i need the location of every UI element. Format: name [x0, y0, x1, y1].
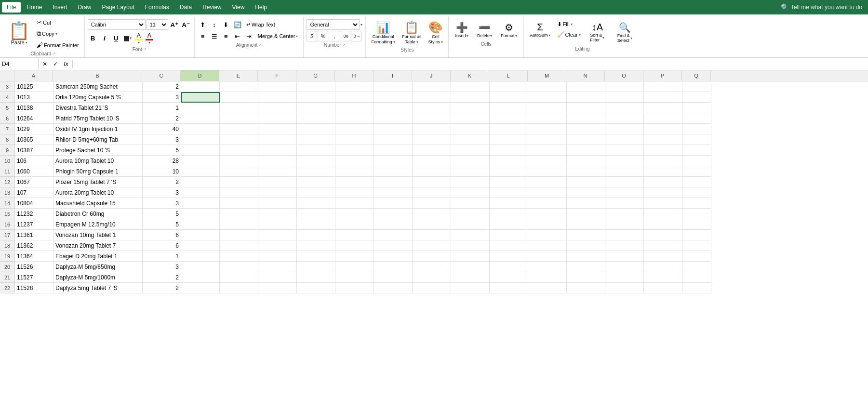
align-middle-button[interactable]: ↕ [209, 19, 220, 30]
cell-N20[interactable] [567, 262, 605, 272]
cell-M4[interactable] [528, 92, 567, 103]
cell-B22[interactable]: Daplyza 5mg Tablet 7 'S [53, 283, 143, 293]
cell-M17[interactable] [528, 230, 567, 240]
cell-E11[interactable] [220, 166, 258, 177]
cell-P13[interactable] [644, 187, 682, 198]
cell-I6[interactable] [374, 113, 413, 124]
format-button[interactable]: ⚙ Format ▾ [497, 19, 521, 40]
cell-P8[interactable] [644, 134, 682, 145]
cell-H13[interactable] [335, 187, 374, 198]
cell-I18[interactable] [374, 240, 413, 251]
number-format-select[interactable]: General [307, 19, 360, 30]
menu-view[interactable]: View [227, 2, 250, 13]
cell-C19[interactable]: 1 [143, 251, 181, 262]
col-header-d[interactable]: D [181, 70, 219, 81]
conditional-formatting-button[interactable]: 📊 ConditionalFormatting ▾ [369, 19, 398, 46]
cell-F9[interactable] [258, 145, 297, 156]
cell-I20[interactable] [374, 262, 413, 272]
cell-H3[interactable] [335, 81, 374, 92]
cell-C12[interactable]: 2 [143, 177, 181, 187]
cell-P3[interactable] [644, 81, 682, 92]
cell-P12[interactable] [644, 177, 682, 187]
cell-O16[interactable] [605, 219, 644, 230]
cell-D14[interactable] [181, 198, 220, 209]
cell-P15[interactable] [644, 209, 682, 219]
cell-B21[interactable]: Daplyza-M 5mg/1000m [53, 272, 143, 283]
cell-O22[interactable] [605, 283, 644, 293]
cell-K15[interactable] [451, 209, 490, 219]
cell-O13[interactable] [605, 187, 644, 198]
cell-H5[interactable] [335, 103, 374, 113]
cell-M6[interactable] [528, 113, 567, 124]
cell-E6[interactable] [220, 113, 258, 124]
row-header-10[interactable]: 10 [0, 156, 14, 166]
cell-K18[interactable] [451, 240, 490, 251]
cell-E7[interactable] [220, 124, 258, 134]
cell-H22[interactable] [335, 283, 374, 293]
font-size-select[interactable]: 11 [147, 19, 168, 30]
cell-D9[interactable] [181, 145, 220, 156]
cell-L16[interactable] [490, 219, 528, 230]
cell-G10[interactable] [297, 156, 335, 166]
cell-O19[interactable] [605, 251, 644, 262]
cell-P6[interactable] [644, 113, 682, 124]
row-header-22[interactable]: 22 [0, 283, 14, 293]
cell-G20[interactable] [297, 262, 335, 272]
cell-I21[interactable] [374, 272, 413, 283]
cell-D4[interactable] [181, 92, 220, 103]
cell-Q5[interactable] [682, 103, 711, 113]
cell-O17[interactable] [605, 230, 644, 240]
decrease-decimal-button[interactable]: .00 [340, 31, 350, 41]
col-header-c[interactable]: C [142, 70, 181, 81]
cell-I14[interactable] [374, 198, 413, 209]
cell-I7[interactable] [374, 124, 413, 134]
cell-P22[interactable] [644, 283, 682, 293]
cell-J3[interactable] [413, 81, 451, 92]
col-header-l[interactable]: L [489, 70, 528, 81]
corner-cell[interactable] [0, 70, 14, 81]
cell-Q18[interactable] [682, 240, 711, 251]
cell-E14[interactable] [220, 198, 258, 209]
cell-J21[interactable] [413, 272, 451, 283]
col-header-m[interactable]: M [528, 70, 566, 81]
cell-J5[interactable] [413, 103, 451, 113]
row-header-4[interactable]: 4 [0, 92, 14, 103]
cell-I17[interactable] [374, 230, 413, 240]
cell-F3[interactable] [258, 81, 297, 92]
cell-B5[interactable]: Divestra Tablet 21 'S [53, 103, 143, 113]
cell-C14[interactable]: 3 [143, 198, 181, 209]
cell-C4[interactable]: 3 [143, 92, 181, 103]
cell-K12[interactable] [451, 177, 490, 187]
cell-H16[interactable] [335, 219, 374, 230]
cell-J4[interactable] [413, 92, 451, 103]
cell-A22[interactable]: 11528 [15, 283, 53, 293]
cell-O8[interactable] [605, 134, 644, 145]
autosum-button[interactable]: Σ AutoSum ▾ [527, 19, 554, 45]
cell-P18[interactable] [644, 240, 682, 251]
cell-C17[interactable]: 6 [143, 230, 181, 240]
cell-K8[interactable] [451, 134, 490, 145]
copy-button[interactable]: ⧉ Copy ▾ [34, 28, 81, 39]
cell-H4[interactable] [335, 92, 374, 103]
cell-E15[interactable] [220, 209, 258, 219]
row-header-13[interactable]: 13 [0, 187, 14, 198]
cell-K14[interactable] [451, 198, 490, 209]
cell-J22[interactable] [413, 283, 451, 293]
cell-D6[interactable] [181, 113, 220, 124]
cell-D22[interactable] [181, 283, 220, 293]
row-header-5[interactable]: 5 [0, 103, 14, 113]
cell-J17[interactable] [413, 230, 451, 240]
cell-Q20[interactable] [682, 262, 711, 272]
cell-I11[interactable] [374, 166, 413, 177]
cell-H9[interactable] [335, 145, 374, 156]
cell-F7[interactable] [258, 124, 297, 134]
cell-I22[interactable] [374, 283, 413, 293]
cell-C13[interactable]: 3 [143, 187, 181, 198]
col-header-g[interactable]: G [296, 70, 335, 81]
cell-E22[interactable] [220, 283, 258, 293]
font-family-select[interactable]: Calibri [88, 19, 146, 30]
cell-H18[interactable] [335, 240, 374, 251]
row-header-12[interactable]: 12 [0, 177, 14, 187]
cell-G3[interactable] [297, 81, 335, 92]
cell-Q7[interactable] [682, 124, 711, 134]
